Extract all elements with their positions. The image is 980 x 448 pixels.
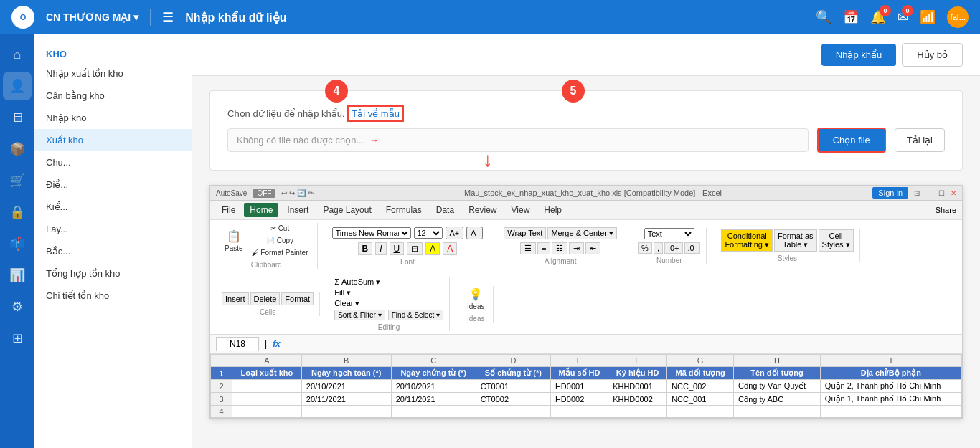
bold-btn[interactable]: B (358, 242, 373, 255)
cancel-button[interactable]: Hủy bỏ (902, 43, 963, 67)
copy-btn[interactable]: 📄 Copy (249, 235, 311, 246)
find-select-btn[interactable]: Find & Select ▾ (388, 310, 443, 320)
decrease-font-btn[interactable]: A- (466, 227, 483, 239)
cell-f2[interactable]: KHHD0001 (608, 380, 667, 393)
insert-cells-btn[interactable]: Insert (222, 292, 249, 305)
cell-i3[interactable]: Quận 1, Thành phố Hồ Chí Minh (820, 393, 961, 406)
cell-d4[interactable] (476, 406, 550, 418)
excel-tab-review[interactable]: Review (463, 203, 502, 217)
align-right-btn[interactable]: ☷ (552, 242, 567, 254)
company-name[interactable]: CN THƯƠNG MẠI ▾ (46, 11, 138, 23)
cell-f3[interactable]: KHHD0002 (608, 393, 667, 406)
nav-item-xuat-kho[interactable]: Xuất kho (34, 129, 192, 151)
cell-h2[interactable]: Công ty Văn Quyết (734, 380, 821, 393)
italic-btn[interactable]: I (375, 242, 386, 255)
cell-b1[interactable]: Ngày hạch toán (*) (301, 367, 391, 380)
delete-cells-btn[interactable]: Delete (250, 292, 281, 305)
nav-item-die[interactable]: Điề... (34, 173, 192, 196)
cell-c3[interactable]: 20/11/2021 (391, 393, 476, 406)
app-logo[interactable]: O (11, 6, 34, 29)
font-family-select[interactable]: Times New Roman (332, 227, 411, 239)
nav-item-chi-tiet[interactable]: Chi tiết tồn kho (34, 285, 192, 307)
notification-icon[interactable]: 🔔 0 (870, 9, 886, 25)
decrease-decimal-btn[interactable]: .0- (684, 242, 701, 254)
paste-btn[interactable]: 📋Paste (222, 228, 246, 254)
cell-styles-btn[interactable]: CellStyles ▾ (819, 229, 854, 252)
nav-item-nhap-kho[interactable]: Nhập kho (34, 107, 192, 129)
signin-button[interactable]: Sign in (872, 187, 908, 199)
search-icon[interactable]: 🔍 (816, 9, 831, 25)
cell-h1[interactable]: Tên đối tượng (734, 367, 821, 380)
sidebar-package-icon[interactable]: 📫 (3, 229, 32, 258)
comma-btn[interactable]: , (654, 242, 663, 254)
excel-tab-page-layout[interactable]: Page Layout (317, 203, 377, 217)
conditional-formatting-btn[interactable]: ConditionalFormatting ▾ (721, 229, 773, 252)
cell-d1[interactable]: Số chứng từ (*) (476, 367, 550, 380)
sidebar-settings-icon[interactable]: ⚙ (3, 292, 32, 321)
cell-e2[interactable]: HD0001 (550, 380, 608, 393)
cell-c1[interactable]: Ngày chứng từ (*) (391, 367, 476, 380)
import-button[interactable]: Nhập khẩu (821, 44, 896, 66)
sidebar-home-icon[interactable]: ⌂ (3, 40, 32, 69)
font-color-btn[interactable]: A (443, 242, 457, 255)
cell-a2[interactable] (232, 380, 302, 393)
nav-item-kie[interactable]: Kiể... (34, 196, 192, 218)
cell-g3[interactable]: NCC_001 (667, 393, 734, 406)
sidebar-monitor-icon[interactable]: 🖥 (3, 103, 32, 132)
cell-a1[interactable]: Loại xuất kho (232, 367, 302, 380)
cell-f1[interactable]: Ký hiệu HĐ (608, 367, 667, 380)
align-left-btn[interactable]: ☰ (520, 242, 536, 254)
cell-c4[interactable] (391, 406, 476, 418)
cell-a4[interactable] (232, 406, 302, 418)
format-cells-btn[interactable]: Format (281, 292, 314, 305)
percent-btn[interactable]: % (638, 242, 652, 254)
formula-input[interactable] (286, 339, 956, 349)
cell-b3[interactable]: 20/11/2021 (301, 393, 391, 406)
cell-i4[interactable] (820, 406, 961, 418)
excel-tab-home[interactable]: Home (244, 203, 278, 217)
nav-item-bac[interactable]: Bắc... (34, 240, 192, 262)
sidebar-grid-icon[interactable]: ⊞ (3, 324, 32, 353)
increase-font-btn[interactable]: A+ (446, 227, 464, 239)
number-format-select[interactable]: TextNumberCurrency (644, 228, 694, 239)
cell-b4[interactable] (301, 406, 391, 418)
outdent-btn[interactable]: ⇤ (585, 242, 600, 254)
message-icon[interactable]: ✉ 0 (897, 9, 908, 25)
cell-b2[interactable]: 20/10/2021 (301, 380, 391, 393)
cell-e4[interactable] (550, 406, 608, 418)
indent-btn[interactable]: ⇥ (569, 242, 584, 254)
increase-decimal-btn[interactable]: .0+ (664, 242, 683, 254)
wrap-text-btn[interactable]: Wrap Text (504, 227, 546, 239)
excel-tab-file[interactable]: File (216, 203, 241, 217)
cell-c2[interactable]: 20/10/2021 (391, 380, 476, 393)
format-painter-btn[interactable]: 🖌 Format Painter (249, 247, 311, 258)
underline-btn[interactable]: U (390, 242, 405, 255)
cell-h4[interactable] (734, 406, 821, 418)
sort-filter-btn[interactable]: Sort & Filter ▾ (334, 310, 385, 320)
format-as-table-btn[interactable]: Format asTable ▾ (774, 229, 817, 252)
cell-g4[interactable] (667, 406, 734, 418)
sidebar-cart-icon[interactable]: 🛒 (3, 166, 32, 195)
sidebar-lock-icon[interactable]: 🔒 (3, 198, 32, 227)
sidebar-box-icon[interactable]: 📦 (3, 135, 32, 163)
nav-item-can-bang-kho[interactable]: Cân bằng kho (34, 85, 192, 107)
cell-f4[interactable] (608, 406, 667, 418)
sidebar-chart-icon[interactable]: 📊 (3, 261, 32, 290)
calendar-icon[interactable]: 📅 (843, 9, 859, 25)
excel-tab-insert[interactable]: Insert (281, 203, 314, 217)
cell-d3[interactable]: CT0002 (476, 393, 550, 406)
nav-item-tong-hop[interactable]: Tổng hợp tồn kho (34, 262, 192, 285)
share-button[interactable]: Share (936, 206, 956, 214)
cell-i2[interactable]: Quận 2, Thành phố Hồ Chí Minh (820, 380, 961, 393)
nav-item-chu[interactable]: Chu... (34, 151, 192, 173)
excel-tab-formulas[interactable]: Formulas (380, 203, 428, 217)
reload-button[interactable]: Tải lại (895, 128, 945, 152)
cell-d2[interactable]: CT0001 (476, 380, 550, 393)
border-btn[interactable]: ⊟ (407, 242, 423, 255)
hamburger-icon[interactable]: ☰ (162, 9, 174, 25)
cell-g2[interactable]: NCC_002 (667, 380, 734, 393)
excel-tab-help[interactable]: Help (538, 203, 567, 217)
cell-e3[interactable]: HD0002 (550, 393, 608, 406)
excel-tab-data[interactable]: Data (430, 203, 460, 217)
cell-a3[interactable] (232, 393, 302, 406)
